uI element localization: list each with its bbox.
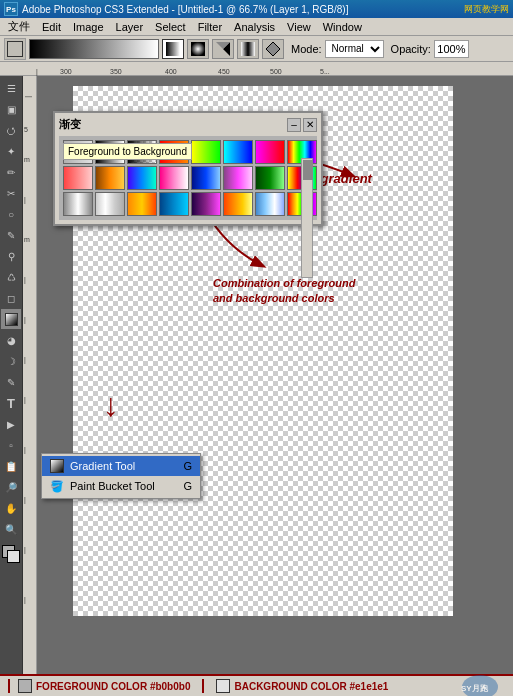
notes-tool[interactable]: 📋 — [1, 456, 21, 476]
tool-icon — [4, 38, 26, 60]
angle-gradient-btn[interactable] — [212, 39, 234, 59]
menu-select[interactable]: Select — [149, 20, 192, 34]
mode-label: Mode: — [291, 43, 322, 55]
swatch-r2-3[interactable] — [127, 166, 157, 190]
gradient-indicator — [7, 41, 23, 57]
quick-select-tool[interactable]: ✦ — [1, 141, 21, 161]
window-title: Adobe Photoshop CS3 Extended - [Untitled… — [22, 4, 464, 15]
menu-edit[interactable]: Edit — [36, 20, 67, 34]
fg-color-label: FOREGROUND COLOR #b0b0b0 — [36, 681, 190, 692]
swatch-r2-1[interactable] — [63, 166, 93, 190]
type-tool[interactable]: T — [1, 393, 21, 413]
swatch-r3-7[interactable] — [255, 192, 285, 216]
swatch-r3-6[interactable] — [223, 192, 253, 216]
watermark: SY月跑 — [455, 667, 505, 696]
opacity-label: Opacity: — [391, 43, 431, 55]
diamond-gradient-btn[interactable] — [262, 39, 284, 59]
move-tool[interactable]: ☰ — [1, 78, 21, 98]
status-line-fg — [8, 679, 10, 693]
swatch-r2-6[interactable] — [223, 166, 253, 190]
dodge-tool[interactable]: ☽ — [1, 351, 21, 371]
swatch-color2[interactable] — [191, 140, 221, 164]
picker-close[interactable]: ✕ — [303, 118, 317, 132]
bg-color-label: BACKGROUND COLOR #e1e1e1 — [234, 681, 388, 692]
eraser-tool[interactable]: ◻ — [1, 288, 21, 308]
fg-bg-swatches[interactable] — [1, 544, 21, 564]
svg-text:SY月跑: SY月跑 — [461, 684, 489, 693]
swatch-r3-1[interactable] — [63, 192, 93, 216]
ps-logo: Ps — [4, 2, 18, 16]
swatch-r3-5[interactable] — [191, 192, 221, 216]
marquee-tool[interactable]: ▣ — [1, 99, 21, 119]
linear-gradient-btn[interactable] — [162, 39, 184, 59]
picker-title: 渐变 — [59, 117, 81, 132]
menu-image[interactable]: Image — [67, 20, 110, 34]
swatch-r2-2[interactable] — [95, 166, 125, 190]
svg-rect-2 — [241, 42, 255, 56]
path-select[interactable]: ▶ — [1, 414, 21, 434]
menu-bar: 文件 Edit Image Layer Select Filter Analys… — [0, 18, 513, 36]
background-swatch[interactable] — [7, 550, 20, 563]
bg-color-swatch[interactable] — [216, 679, 230, 693]
pen-tool[interactable]: ✎ — [1, 372, 21, 392]
stamp-tool[interactable]: ⚲ — [1, 246, 21, 266]
crop-tool[interactable]: ✏ — [1, 162, 21, 182]
eyedropper-tool[interactable]: 🔎 — [1, 477, 21, 497]
lasso-tool[interactable]: ⭯ — [1, 120, 21, 140]
swatch-r3-4[interactable] — [159, 192, 189, 216]
swatch-r2-7[interactable] — [255, 166, 285, 190]
swatch-r2-4[interactable] — [159, 166, 189, 190]
menu-window[interactable]: Window — [317, 20, 368, 34]
status-bar: FOREGROUND COLOR #b0b0b0 BACKGROUND COLO… — [0, 674, 513, 696]
ruler-top: | 300 350 400 450 500 5... — [0, 62, 513, 76]
swatch-r3-2[interactable] — [95, 192, 125, 216]
brush-tool[interactable]: ✎ — [1, 225, 21, 245]
reflected-gradient-btn[interactable] — [237, 39, 259, 59]
swatch-color3[interactable] — [223, 140, 253, 164]
menu-view[interactable]: View — [281, 20, 317, 34]
left-toolbar: ☰ ▣ ⭯ ✦ ✏ ✂ ○ ✎ ⚲ ♺ ◻ ◕ ☽ ✎ T ▶ ▫ 📋 🔎 ✋ … — [0, 76, 23, 674]
gradient-preview[interactable] — [29, 39, 159, 59]
down-arrow: ↓ — [103, 387, 119, 424]
zoom-tool[interactable]: 🔍 — [1, 519, 21, 539]
title-bar: Ps Adobe Photoshop CS3 Extended - [Untit… — [0, 0, 513, 18]
menu-filter[interactable]: Filter — [192, 20, 228, 34]
picker-scrollbar[interactable] — [301, 158, 313, 278]
menu-file[interactable]: 文件 — [2, 18, 36, 35]
swatch-color4[interactable] — [255, 140, 285, 164]
svg-rect-0 — [166, 42, 180, 56]
slice-tool[interactable]: ✂ — [1, 183, 21, 203]
site-link: 网页教学网 — [464, 3, 509, 16]
ruler-left: | 5 m | m | | | | | | | | — [23, 76, 37, 674]
gradient-tool[interactable] — [1, 309, 21, 329]
heal-tool[interactable]: ○ — [1, 204, 21, 224]
svg-marker-3 — [266, 42, 280, 56]
gradient-tool-icon — [50, 459, 64, 473]
opacity-input[interactable] — [434, 40, 469, 58]
gradient-picker: 渐变 – ✕ Foreground to Background — [53, 111, 323, 226]
options-bar: Mode: Normal Opacity: — [0, 36, 513, 62]
paint-bucket-icon: 🪣 — [50, 479, 64, 493]
history-brush[interactable]: ♺ — [1, 267, 21, 287]
tool-menu: Gradient Tool G 🪣 Paint Bucket Tool G — [41, 453, 201, 499]
picker-scroll-thumb[interactable] — [303, 160, 313, 180]
paint-bucket-item[interactable]: 🪣 Paint Bucket Tool G — [42, 476, 200, 496]
shape-tool[interactable]: ▫ — [1, 435, 21, 455]
picker-header: 渐变 – ✕ — [59, 117, 317, 132]
picker-minimize[interactable]: – — [287, 118, 301, 132]
blur-tool[interactable]: ◕ — [1, 330, 21, 350]
menu-analysis[interactable]: Analysis — [228, 20, 281, 34]
content-area: | 5 m | m | | | | | | | | 渐变 — [23, 76, 513, 674]
swatch-r2-5[interactable] — [191, 166, 221, 190]
hand-tool[interactable]: ✋ — [1, 498, 21, 518]
status-line-bg — [202, 679, 204, 693]
gradient-tool-item[interactable]: Gradient Tool G — [42, 456, 200, 476]
menu-layer[interactable]: Layer — [110, 20, 150, 34]
radial-gradient-btn[interactable] — [187, 39, 209, 59]
mode-select[interactable]: Normal — [325, 40, 384, 58]
fg-bg-tooltip: Foreground to Background — [63, 143, 192, 160]
swatch-r3-3[interactable] — [127, 192, 157, 216]
fg-color-swatch[interactable] — [18, 679, 32, 693]
combination-annotation: Combination of foregroundand background … — [213, 276, 355, 307]
svg-rect-1 — [191, 42, 205, 56]
